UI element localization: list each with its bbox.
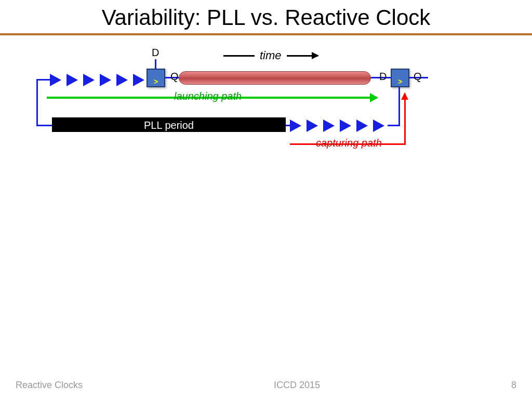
timing-diagram: time > D Q D > Q launching path P [31, 42, 436, 156]
buffer-icon [83, 74, 95, 86]
pll-period-bar: PLL period [52, 117, 286, 132]
buffer-icon [323, 119, 335, 132]
flipflop-launch: > [147, 69, 165, 87]
wire-v-capture-up [398, 87, 400, 126]
footer-center: ICCD 2015 [274, 380, 320, 391]
ff2-q-label: Q [414, 71, 422, 83]
ff1-q-label: Q [170, 71, 179, 83]
slide-footer: Reactive Clocks ICCD 2015 8 [0, 380, 532, 391]
buffer-chain-capture [290, 119, 390, 132]
ff2-d-label: D [379, 71, 387, 83]
launching-path-label: launching path [174, 90, 242, 102]
buffer-icon [340, 119, 351, 132]
arrow-segment [223, 55, 255, 57]
time-arrow: time [223, 49, 318, 62]
slide-title: Variability: PLL vs. Reactive Clock [0, 0, 532, 33]
buffer-icon [290, 119, 301, 132]
buffer-icon [356, 119, 368, 132]
buffer-icon [50, 74, 61, 86]
buffer-icon [116, 74, 128, 86]
pll-period-label: PLL period [144, 119, 194, 131]
wire-vertical-left [36, 79, 38, 126]
capture-path-v [404, 94, 406, 145]
ff1-d-label: D [152, 47, 159, 59]
arrow-segment-head [287, 55, 318, 57]
capturing-path-label: capturing path [316, 137, 382, 149]
footer-left: Reactive Clocks [16, 380, 83, 391]
footer-page-number: 8 [511, 380, 516, 391]
wire-h-top-left [36, 79, 51, 81]
time-label: time [260, 49, 282, 62]
wire-ff1-d [155, 59, 156, 70]
buffer-icon [133, 74, 144, 86]
buffer-icon [373, 119, 384, 132]
title-underline [0, 33, 532, 35]
combinational-logic-bar [179, 71, 371, 85]
buffer-chain-launch [50, 74, 150, 86]
buffer-icon [307, 119, 318, 132]
clock-input-icon: > [398, 78, 402, 85]
buffer-icon [100, 74, 111, 86]
flipflop-capture: > [391, 69, 409, 87]
buffer-icon [66, 74, 78, 86]
clock-input-icon: > [154, 78, 158, 85]
